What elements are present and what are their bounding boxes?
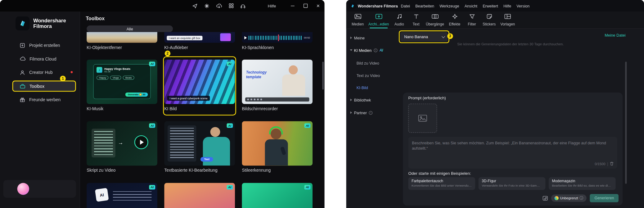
example-modemagazin[interactable]: Modemagazin Bearbeiten Sie Ihr Bild so, … — [549, 177, 616, 190]
tab-filter[interactable]: Filter — [464, 11, 480, 28]
category-text-zu-video[interactable]: Text zu Video — [346, 71, 394, 79]
ai-badge: AI — [227, 62, 233, 66]
tab-audio[interactable]: Audio — [390, 11, 408, 28]
support-headset-icon[interactable] — [240, 3, 245, 8]
sidebar-item-label: Creator Hub — [29, 70, 53, 75]
filter-tab-alle[interactable]: Alle — [87, 25, 173, 32]
tab-stickers[interactable]: Stickers — [480, 11, 498, 28]
sidebar-item-filmora-cloud[interactable]: Filmora Cloud — [12, 53, 76, 64]
card-ki-musik[interactable]: Happy Vlogs Beats 01:28 Happy Vlogs Beat… — [87, 60, 157, 111]
sidebar-item-projekt-erstellen[interactable]: Projekt erstellen — [12, 40, 76, 50]
stickers-icon — [486, 14, 492, 21]
tab-archivmedien[interactable]: Archi...edien — [367, 11, 391, 28]
ai-label: AI — [379, 48, 383, 52]
sidebar-item-toolbox[interactable]: Toolbox — [12, 81, 76, 92]
help-menu[interactable]: Hilfe — [268, 0, 276, 11]
trash-icon[interactable] — [610, 161, 614, 166]
row4-thumb-2: AI — [164, 183, 235, 208]
card-ki-bild[interactable]: I want a grand cyberpunk scene AI KI Bil… — [164, 60, 235, 111]
card-textbasierte-ki-bearbeitung[interactable]: Text AI Textbasierte KI-Bearbeitung — [164, 121, 235, 173]
apps-grid-icon[interactable] — [229, 3, 234, 8]
music-player-graphic: Happy Vlogs Beats 01:28 Happy Vlogs Beat… — [93, 64, 151, 99]
filter-icon — [469, 14, 475, 21]
close-button[interactable] — [312, 0, 324, 11]
scrollbar-thumb[interactable] — [625, 62, 627, 184]
maximize-button[interactable] — [299, 0, 312, 11]
card-label: Stileerkennung — [242, 168, 313, 173]
edit-prompt-icon[interactable] — [542, 196, 547, 201]
sparkle-icon[interactable] — [204, 3, 209, 8]
minimize-button[interactable] — [286, 0, 299, 11]
plan-badge[interactable]: Unbegrenzt — [551, 194, 587, 202]
card-stileerkennung[interactable]: AI Stileerkennung — [242, 121, 313, 173]
menu-bearbeiten[interactable]: Bearbeiten — [415, 3, 434, 8]
caret-down-icon — [350, 49, 352, 51]
filmora-logo-small — [349, 2, 356, 9]
tab-text[interactable]: Text — [408, 11, 424, 28]
tab-effekte[interactable]: Effekte — [446, 11, 464, 28]
bildschirmrecorder-thumb: Technology template — [242, 60, 313, 104]
reference-image-dropzone[interactable] — [408, 104, 437, 133]
category-ki-medien[interactable]: KI Medien AI — [346, 47, 394, 54]
card-row4-2[interactable]: AI — [164, 183, 235, 208]
filmora-logo — [16, 16, 29, 30]
category-meine[interactable]: Meine — [346, 34, 394, 42]
script-document-graphic — [92, 129, 115, 157]
card-row4-3[interactable]: AI — [242, 183, 313, 208]
my-file-link[interactable]: Meine Datei — [605, 33, 625, 38]
menu-datei[interactable]: Datei — [401, 3, 410, 8]
menu-werkzeuge[interactable]: Werkzeuge — [439, 3, 459, 8]
category-bibliothek[interactable]: Bibliothek — [346, 96, 394, 104]
ai-badge: AI — [304, 185, 311, 190]
info-icon — [374, 48, 377, 52]
tab-medien[interactable]: Medien — [349, 11, 367, 28]
model-dropdown[interactable]: Nano Banana — [400, 32, 448, 41]
generate-chip: Generate 30 — [125, 93, 148, 97]
category-ki-bild[interactable]: KI-Bild — [346, 84, 394, 91]
tab-vorlagen[interactable]: Vorlagen — [498, 11, 517, 28]
card-ki-objektentferner[interactable]: KI-Objektentferner — [87, 32, 157, 50]
generate-button[interactable]: Generieren — [590, 194, 619, 202]
card-ki-aufkleber[interactable]: I want an exquisite gift box KI-Aufklebe… — [164, 32, 235, 50]
user-avatar[interactable] — [17, 183, 29, 195]
ai-badge: AI — [149, 62, 155, 66]
person-graphic — [271, 129, 281, 139]
category-bild-zu-video[interactable]: Bild zu Video — [346, 59, 394, 67]
example-3d-figur[interactable]: 3D-Figur Verwandeln Sie Ihr Foto in eine… — [479, 177, 546, 190]
tab-uebergaenge[interactable]: Übergänge — [424, 11, 446, 28]
card-label: KI-Aufkleber — [164, 45, 235, 50]
account-area[interactable] — [3, 180, 76, 198]
sidebar-item-creator-hub[interactable]: Creator Hub — [12, 67, 76, 78]
prompt-input[interactable]: Beschreiben Sie, was Sie sehen möchten. … — [408, 137, 617, 169]
ai-badge: AI — [304, 123, 311, 128]
category-partner[interactable]: Partner — [346, 109, 394, 116]
menu-version[interactable]: Version — [516, 3, 529, 8]
sidebar-item-label: Freunde werben — [29, 97, 61, 102]
sidebar-item-freunde-werben[interactable]: Freunde werben — [12, 94, 76, 105]
effekte-icon — [452, 14, 458, 21]
history-hint: Sie können die Generierungsdaten der let… — [453, 42, 568, 46]
menu-ansicht[interactable]: Ansicht — [465, 3, 477, 8]
char-counter: 0/1500 — [595, 162, 605, 166]
scrollbar-thumb[interactable] — [322, 62, 324, 90]
menu-erweitert[interactable]: Erweitert — [483, 3, 498, 8]
generator-footer: Unbegrenzt Generieren — [542, 194, 618, 202]
caret-right-icon — [350, 111, 352, 114]
text-icon — [413, 14, 419, 21]
example-farbpalettentausch[interactable]: Farbpalettentausch Konvertieren Sie das … — [408, 177, 475, 190]
menu-hilfe[interactable]: Hilfe — [503, 3, 511, 8]
stock-categories: Meine KI Medien AI Bild zu Video Text zu… — [346, 29, 394, 208]
playhead — [278, 34, 279, 41]
cloud-download-icon[interactable] — [216, 3, 222, 8]
card-row4-1[interactable]: AI AI — [87, 183, 157, 208]
card-skript-zu-video[interactable]: AI Skript zu Video — [87, 121, 157, 173]
info-icon — [369, 111, 373, 115]
share-icon[interactable] — [192, 3, 197, 8]
archivmedien-icon — [375, 14, 382, 21]
tag-chip: Happy — [97, 76, 109, 80]
ki-objektentferner-thumb — [87, 32, 157, 43]
card-bildschirmrecorder[interactable]: Technology template Bildschirmrecorder — [242, 60, 313, 111]
card-label: KI Bild — [164, 106, 235, 111]
card-ki-sprachklonen[interactable]: 00:52 KI-Sprachklonen — [242, 32, 313, 50]
stileerkennung-thumb: AI — [242, 121, 313, 166]
